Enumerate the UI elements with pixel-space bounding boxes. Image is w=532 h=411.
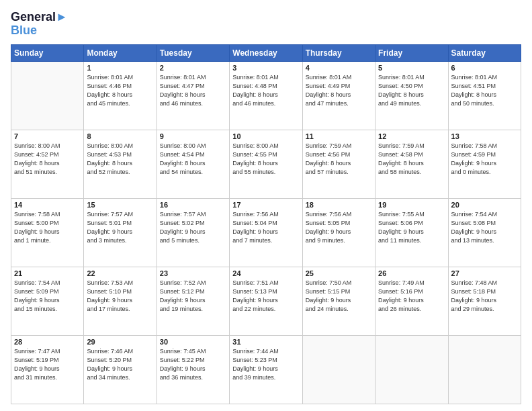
day-cell (375, 335, 448, 404)
day-cell (448, 335, 521, 404)
day-cell: 2Sunrise: 8:01 AMSunset: 4:47 PMDaylight… (157, 61, 229, 130)
day-cell: 11Sunrise: 7:59 AMSunset: 4:56 PMDayligh… (302, 130, 375, 198)
col-header-monday: Monday (84, 44, 157, 61)
week-row-3: 21Sunrise: 7:54 AMSunset: 5:09 PMDayligh… (11, 267, 521, 335)
day-number: 20 (451, 201, 518, 209)
week-row-0: 1Sunrise: 8:01 AMSunset: 4:46 PMDaylight… (11, 61, 521, 130)
logo-blue: Blue (11, 24, 68, 38)
day-number: 24 (232, 269, 299, 277)
day-number: 4 (306, 64, 372, 72)
day-number: 29 (87, 338, 153, 346)
day-info: Sunrise: 7:48 AMSunset: 5:18 PMDaylight:… (451, 279, 518, 314)
day-info: Sunrise: 7:45 AMSunset: 5:22 PMDaylight:… (160, 347, 226, 382)
day-cell: 8Sunrise: 8:00 AMSunset: 4:53 PMDaylight… (84, 130, 157, 198)
day-cell: 10Sunrise: 8:00 AMSunset: 4:55 PMDayligh… (230, 130, 302, 198)
day-cell (11, 61, 84, 130)
day-number: 23 (160, 269, 226, 277)
day-info: Sunrise: 7:55 AMSunset: 5:06 PMDaylight:… (378, 210, 445, 245)
calendar-header-row: SundayMondayTuesdayWednesdayThursdayFrid… (11, 44, 521, 61)
logo-text-block: General► Blue (11, 11, 68, 38)
day-cell: 6Sunrise: 8:01 AMSunset: 4:51 PMDaylight… (448, 61, 521, 130)
day-number: 27 (451, 269, 518, 277)
day-info: Sunrise: 7:47 AMSunset: 5:19 PMDaylight:… (14, 347, 81, 382)
day-number: 31 (232, 338, 299, 346)
day-number: 30 (160, 338, 226, 346)
day-cell: 30Sunrise: 7:45 AMSunset: 5:22 PMDayligh… (157, 335, 229, 404)
day-info: Sunrise: 8:01 AMSunset: 4:46 PMDaylight:… (87, 73, 153, 108)
day-number: 26 (378, 269, 445, 277)
day-cell: 22Sunrise: 7:53 AMSunset: 5:10 PMDayligh… (84, 267, 157, 335)
day-number: 10 (232, 132, 299, 140)
day-number: 1 (87, 64, 153, 72)
day-cell: 1Sunrise: 8:01 AMSunset: 4:46 PMDaylight… (84, 61, 157, 130)
day-cell: 24Sunrise: 7:51 AMSunset: 5:13 PMDayligh… (230, 267, 302, 335)
day-cell: 3Sunrise: 8:01 AMSunset: 4:48 PMDaylight… (230, 61, 302, 130)
day-info: Sunrise: 7:56 AMSunset: 5:04 PMDaylight:… (232, 210, 299, 245)
day-info: Sunrise: 8:00 AMSunset: 4:52 PMDaylight:… (14, 142, 81, 177)
day-number: 5 (378, 64, 445, 72)
day-cell: 7Sunrise: 8:00 AMSunset: 4:52 PMDaylight… (11, 130, 84, 198)
day-info: Sunrise: 7:44 AMSunset: 5:23 PMDaylight:… (232, 347, 299, 382)
day-number: 11 (306, 132, 372, 140)
day-number: 8 (87, 132, 153, 140)
day-cell: 23Sunrise: 7:52 AMSunset: 5:12 PMDayligh… (157, 267, 229, 335)
day-cell: 12Sunrise: 7:59 AMSunset: 4:58 PMDayligh… (375, 130, 448, 198)
day-info: Sunrise: 8:00 AMSunset: 4:55 PMDaylight:… (232, 142, 299, 177)
day-cell: 21Sunrise: 7:54 AMSunset: 5:09 PMDayligh… (11, 267, 84, 335)
day-cell (302, 335, 375, 404)
day-info: Sunrise: 7:51 AMSunset: 5:13 PMDaylight:… (232, 279, 299, 314)
day-number: 18 (306, 201, 372, 209)
day-number: 22 (87, 269, 153, 277)
day-info: Sunrise: 7:58 AMSunset: 5:00 PMDaylight:… (14, 210, 81, 245)
day-info: Sunrise: 7:50 AMSunset: 5:15 PMDaylight:… (306, 279, 372, 314)
page: General► Blue SundayMondayTuesdayWednesd… (0, 0, 532, 411)
day-number: 28 (14, 338, 81, 346)
day-number: 2 (160, 64, 226, 72)
day-cell: 16Sunrise: 7:57 AMSunset: 5:02 PMDayligh… (157, 198, 229, 267)
col-header-sunday: Sunday (11, 44, 84, 61)
day-number: 14 (14, 201, 81, 209)
day-cell: 17Sunrise: 7:56 AMSunset: 5:04 PMDayligh… (230, 198, 302, 267)
day-info: Sunrise: 8:01 AMSunset: 4:50 PMDaylight:… (378, 73, 445, 108)
col-header-friday: Friday (375, 44, 448, 61)
day-number: 15 (87, 201, 153, 209)
day-info: Sunrise: 8:00 AMSunset: 4:53 PMDaylight:… (87, 142, 153, 177)
day-info: Sunrise: 7:59 AMSunset: 4:56 PMDaylight:… (306, 142, 372, 177)
day-cell: 26Sunrise: 7:49 AMSunset: 5:16 PMDayligh… (375, 267, 448, 335)
day-info: Sunrise: 8:01 AMSunset: 4:47 PMDaylight:… (160, 73, 226, 108)
day-info: Sunrise: 7:54 AMSunset: 5:08 PMDaylight:… (451, 210, 518, 245)
day-number: 13 (451, 132, 518, 140)
day-info: Sunrise: 8:01 AMSunset: 4:49 PMDaylight:… (306, 73, 372, 108)
col-header-saturday: Saturday (448, 44, 521, 61)
col-header-thursday: Thursday (302, 44, 375, 61)
day-number: 6 (451, 64, 518, 72)
day-cell: 18Sunrise: 7:56 AMSunset: 5:05 PMDayligh… (302, 198, 375, 267)
day-info: Sunrise: 7:53 AMSunset: 5:10 PMDaylight:… (87, 279, 153, 314)
day-cell: 5Sunrise: 8:01 AMSunset: 4:50 PMDaylight… (375, 61, 448, 130)
col-header-wednesday: Wednesday (230, 44, 302, 61)
day-number: 7 (14, 132, 81, 140)
day-info: Sunrise: 7:56 AMSunset: 5:05 PMDaylight:… (306, 210, 372, 245)
week-row-2: 14Sunrise: 7:58 AMSunset: 5:00 PMDayligh… (11, 198, 521, 267)
day-cell: 31Sunrise: 7:44 AMSunset: 5:23 PMDayligh… (230, 335, 302, 404)
week-row-4: 28Sunrise: 7:47 AMSunset: 5:19 PMDayligh… (11, 335, 521, 404)
day-info: Sunrise: 7:49 AMSunset: 5:16 PMDaylight:… (378, 279, 445, 314)
calendar-table: SundayMondayTuesdayWednesdayThursdayFrid… (11, 44, 521, 404)
day-info: Sunrise: 7:57 AMSunset: 5:01 PMDaylight:… (87, 210, 153, 245)
day-info: Sunrise: 7:57 AMSunset: 5:02 PMDaylight:… (160, 210, 226, 245)
day-info: Sunrise: 8:01 AMSunset: 4:51 PMDaylight:… (451, 73, 518, 108)
day-number: 3 (232, 64, 299, 72)
day-info: Sunrise: 7:54 AMSunset: 5:09 PMDaylight:… (14, 279, 81, 314)
day-number: 21 (14, 269, 81, 277)
logo: General► Blue (11, 11, 68, 38)
day-cell: 20Sunrise: 7:54 AMSunset: 5:08 PMDayligh… (448, 198, 521, 267)
day-cell: 19Sunrise: 7:55 AMSunset: 5:06 PMDayligh… (375, 198, 448, 267)
col-header-tuesday: Tuesday (157, 44, 229, 61)
day-info: Sunrise: 8:00 AMSunset: 4:54 PMDaylight:… (160, 142, 226, 177)
day-cell: 13Sunrise: 7:58 AMSunset: 4:59 PMDayligh… (448, 130, 521, 198)
day-cell: 9Sunrise: 8:00 AMSunset: 4:54 PMDaylight… (157, 130, 229, 198)
day-info: Sunrise: 7:59 AMSunset: 4:58 PMDaylight:… (378, 142, 445, 177)
header: General► Blue (11, 11, 521, 38)
day-number: 16 (160, 201, 226, 209)
day-cell: 29Sunrise: 7:46 AMSunset: 5:20 PMDayligh… (84, 335, 157, 404)
